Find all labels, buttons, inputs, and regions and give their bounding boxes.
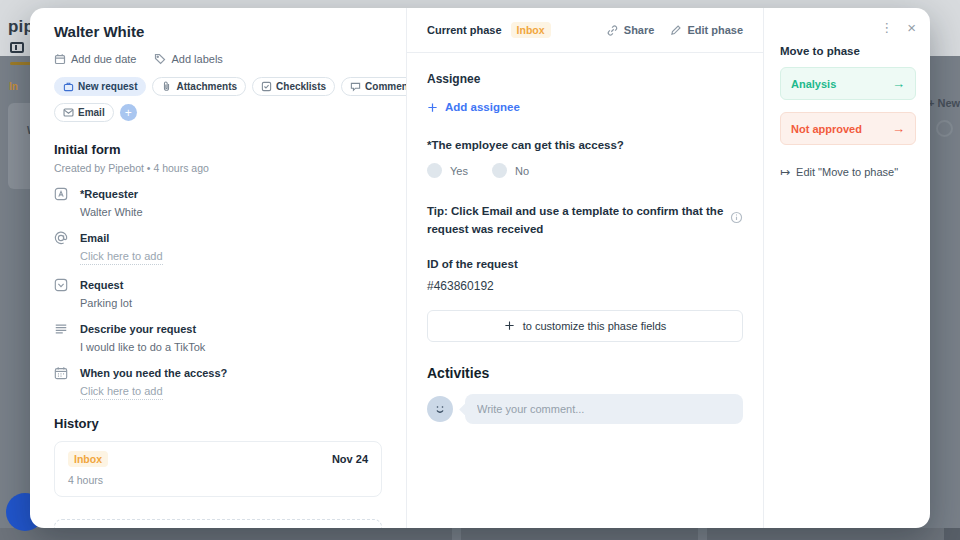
radio-circle-icon xyxy=(427,163,442,178)
field-label: Request xyxy=(80,279,132,291)
radio-yes[interactable]: Yes xyxy=(427,163,468,178)
email-pill[interactable]: Email xyxy=(54,103,114,122)
share-button[interactable]: Share xyxy=(606,24,655,37)
avatar xyxy=(936,120,953,137)
history-heading: History xyxy=(54,416,382,431)
radio-no[interactable]: No xyxy=(492,163,529,178)
scroll-corner xyxy=(944,528,960,540)
column-gap xyxy=(698,528,707,540)
tip-row: Tip: Click Email and use a template to c… xyxy=(427,203,743,239)
history-entry: Inbox Nov 24 4 hours xyxy=(54,441,382,497)
field-value[interactable]: Parking lot xyxy=(80,297,132,309)
field-value[interactable]: Click here to add xyxy=(80,385,163,400)
card-actions-row-2: Email + xyxy=(54,103,382,122)
attachments-label: Attachments xyxy=(176,81,237,92)
request-id-label: ID of the request xyxy=(427,258,743,270)
comment-bubble-icon xyxy=(350,81,361,92)
paperclip-icon xyxy=(161,81,172,92)
add-action-button[interactable]: + xyxy=(120,104,137,121)
field-label: When you need the access? xyxy=(80,367,227,379)
radio-no-label: No xyxy=(515,165,529,177)
edit-move-to-phase-link[interactable]: ↦ Edit "Move to phase" xyxy=(780,165,916,179)
card-detail-modal: Walter White Add due date Add labels New… xyxy=(30,8,930,528)
assignee-heading: Assignee xyxy=(427,72,743,86)
field-label: Describe your request xyxy=(80,323,205,335)
at-sign-icon xyxy=(54,231,68,245)
comment-input[interactable] xyxy=(465,394,743,424)
field-describe-request: Describe your request I would like to do… xyxy=(54,322,382,353)
history-phase-badge: Inbox xyxy=(68,451,108,467)
arrow-right-icon: → xyxy=(892,76,905,91)
card-title[interactable]: Walter White xyxy=(54,23,382,40)
field-request: Request Parking lot xyxy=(54,278,382,309)
calendar-grid-icon xyxy=(54,366,68,380)
field-requester: *Requester Walter White xyxy=(54,187,382,218)
field-label: Email xyxy=(80,232,163,244)
card-meta-row: Add due date Add labels xyxy=(54,53,382,65)
add-assignee-button[interactable]: Add assignee xyxy=(427,101,743,113)
customize-view-button[interactable]: Click here to customize this view xyxy=(54,519,382,528)
move-analysis-label: Analysis xyxy=(791,78,836,90)
field-when-access: When you need the access? Click here to … xyxy=(54,366,382,400)
new-request-pill[interactable]: New request xyxy=(54,77,146,96)
arrow-right-icon: → xyxy=(892,121,905,136)
smiley-avatar-icon xyxy=(427,396,453,422)
add-assignee-label: Add assignee xyxy=(445,101,520,113)
add-due-date-button[interactable]: Add due date xyxy=(54,53,136,65)
close-icon[interactable]: × xyxy=(907,20,916,35)
checklist-icon xyxy=(261,81,272,92)
add-labels-label: Add labels xyxy=(171,53,222,65)
new-request-label: New request xyxy=(78,81,137,92)
phase-column: Current phase Inbox Share Edit phase Ass… xyxy=(407,8,764,528)
move-to-not-approved-button[interactable]: Not approved → xyxy=(780,112,916,145)
kebab-menu-icon[interactable]: ⋮ xyxy=(880,21,893,34)
dropdown-field-icon xyxy=(54,278,68,292)
comment-row xyxy=(427,394,743,424)
request-id-value: #463860192 xyxy=(427,279,743,293)
history-duration: 4 hours xyxy=(68,474,368,486)
pencil-icon xyxy=(670,24,682,36)
comment-bubble xyxy=(465,394,743,424)
email-label: Email xyxy=(78,107,105,118)
field-value[interactable]: Click here to add xyxy=(80,250,163,265)
field-value[interactable]: Walter White xyxy=(80,206,143,218)
add-due-date-label: Add due date xyxy=(71,53,136,65)
plus-icon: + xyxy=(125,107,132,119)
move-to-analysis-button[interactable]: Analysis → xyxy=(780,67,916,100)
created-by-text: Created by Pipebot • 4 hours ago xyxy=(54,162,382,174)
customize-phase-fields-label: to customize this phase fields xyxy=(523,320,667,332)
text-lines-icon xyxy=(54,322,68,336)
active-tab-underline xyxy=(10,62,32,65)
calendar-icon xyxy=(54,53,66,65)
link-icon xyxy=(606,24,619,37)
add-labels-button[interactable]: Add labels xyxy=(154,53,222,65)
card-actions-row-1: New request Attachments Checklists Comme… xyxy=(54,77,382,96)
attachments-pill[interactable]: Attachments xyxy=(152,77,246,96)
customize-phase-fields-button[interactable]: to customize this phase fields xyxy=(427,310,743,342)
move-not-approved-label: Not approved xyxy=(791,123,862,135)
current-phase-badge[interactable]: Inbox xyxy=(511,22,551,38)
plus-icon xyxy=(427,102,438,113)
plus-icon xyxy=(504,320,515,331)
arrow-from-bar-icon: ↦ xyxy=(780,165,790,179)
comments-pill[interactable]: Comments xyxy=(341,77,407,96)
activities-heading: Activities xyxy=(427,365,743,381)
tag-icon xyxy=(154,53,166,65)
edit-phase-button[interactable]: Edit phase xyxy=(670,24,743,37)
modal-controls: ⋮ × xyxy=(780,20,916,35)
field-value[interactable]: I would like to do a TikTok xyxy=(80,341,205,353)
info-icon[interactable] xyxy=(730,211,743,224)
access-question-label: *The employee can get this access? xyxy=(427,139,743,151)
history-date: Nov 24 xyxy=(332,453,368,465)
field-email: Email Click here to add xyxy=(54,231,382,265)
edit-move-to-phase-label: Edit "Move to phase" xyxy=(796,166,898,178)
move-to-phase-panel: ⋮ × Move to phase Analysis → Not approve… xyxy=(764,8,930,528)
share-label: Share xyxy=(624,24,655,36)
checklists-label: Checklists xyxy=(276,81,326,92)
access-radio-group: Yes No xyxy=(427,163,743,178)
card-info-column: Walter White Add due date Add labels New… xyxy=(30,8,407,528)
current-phase-label: Current phase xyxy=(427,24,502,36)
initial-form-heading: Initial form xyxy=(54,142,382,157)
text-field-icon xyxy=(54,187,68,201)
checklists-pill[interactable]: Checklists xyxy=(252,77,335,96)
